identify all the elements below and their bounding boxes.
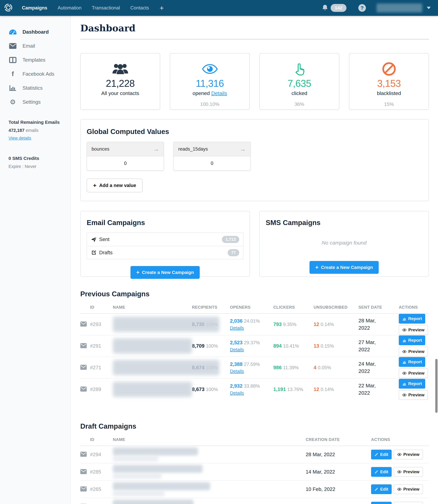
- preview-button[interactable]: Preview: [399, 347, 428, 356]
- sms-credits-title: 0 SMS Credits: [9, 156, 64, 161]
- report-button[interactable]: Report: [399, 379, 425, 389]
- preview-button[interactable]: Preview: [394, 502, 423, 504]
- create-sms-campaign-button[interactable]: + Create a New Campaign: [309, 261, 379, 274]
- openers-percent: 24.01%: [244, 318, 260, 324]
- email-campaigns-title: Email Campaigns: [87, 218, 243, 227]
- preview-eye-icon: [402, 372, 406, 375]
- email-campaigns-drafts-row[interactable]: Drafts 77: [87, 246, 243, 259]
- click-hand-icon: [260, 61, 339, 77]
- sidebar-item-settings[interactable]: ⚙ Settings: [0, 95, 70, 109]
- campaign-name-redacted: [113, 360, 219, 375]
- report-chart-icon: [402, 317, 406, 321]
- preview-button[interactable]: Preview: [394, 484, 423, 494]
- openers-count: 2,523: [230, 340, 242, 345]
- report-button[interactable]: Report: [399, 335, 425, 345]
- envelope-icon: [80, 365, 87, 370]
- nav-tab-automation[interactable]: Automation: [53, 0, 87, 16]
- preview-eye-icon: [402, 350, 406, 353]
- facebook-icon: f: [9, 71, 17, 77]
- col-actions: ACTIONS: [399, 305, 429, 310]
- campaign-name-redacted: [113, 338, 192, 354]
- report-chart-icon: [402, 360, 406, 364]
- help-icon[interactable]: ?: [358, 4, 366, 12]
- remaining-emails-count: 472,187: [9, 128, 24, 133]
- blacklisted-label: blacklisted: [349, 90, 428, 96]
- preview-button[interactable]: Preview: [399, 368, 428, 378]
- edit-button[interactable]: Edit: [371, 450, 392, 459]
- openers-details-link[interactable]: Details: [230, 325, 244, 331]
- report-button[interactable]: Report: [399, 314, 425, 324]
- sidebar-item-statistics[interactable]: Statistics: [0, 81, 70, 95]
- edit-button[interactable]: Edit: [371, 484, 392, 494]
- preview-eye-icon: [397, 453, 402, 456]
- gcv-card-reads-15days[interactable]: reads_15days → 0: [173, 142, 251, 171]
- nav-tab-transactional[interactable]: Transactional: [87, 0, 125, 16]
- openers-details-link[interactable]: Details: [230, 347, 244, 352]
- sidebar-item-templates[interactable]: Templates: [0, 53, 70, 67]
- create-email-campaign-button[interactable]: + Create a New Campaign: [131, 266, 200, 279]
- preview-button[interactable]: Preview: [399, 390, 428, 400]
- creation-date: 28 Mar, 2022: [306, 452, 371, 458]
- report-button[interactable]: Report: [399, 357, 425, 367]
- app-logo[interactable]: [0, 3, 17, 13]
- openers-count: 2,388: [230, 361, 242, 367]
- report-label: Report: [408, 359, 422, 364]
- drafts-label: Drafts: [99, 250, 112, 255]
- clickers-count: 1,191: [273, 387, 286, 392]
- sidebar-item-facebook-ads[interactable]: f Facebook Ads: [0, 67, 70, 81]
- preview-button[interactable]: Preview: [394, 450, 423, 459]
- gcv-card-value: 0: [87, 156, 164, 170]
- edit-button[interactable]: Edit: [371, 467, 392, 477]
- draft-campaigns-header: ID NAME CREATION DATE ACTIONS: [80, 437, 429, 446]
- edit-button[interactable]: Edit: [371, 502, 392, 504]
- title-divider: [80, 39, 429, 39]
- report-chart-icon: [402, 338, 406, 343]
- gauge-icon: [9, 29, 17, 35]
- preview-label: Preview: [403, 470, 419, 474]
- page-title: Dashboard: [80, 23, 429, 34]
- edit-label: Edit: [380, 470, 388, 474]
- stat-card-clicked: 7,635 clicked 36%: [260, 53, 339, 110]
- clickers-percent: 9.35%: [283, 322, 296, 327]
- email-campaigns-sent-row[interactable]: Sent 1,713: [87, 233, 243, 246]
- arrow-right-icon[interactable]: →: [240, 146, 246, 153]
- arrow-right-icon[interactable]: →: [153, 146, 159, 153]
- unsubscribed-percent: 0.14%: [321, 322, 334, 327]
- openers-details-link[interactable]: Details: [230, 369, 244, 374]
- nav-tab-campaigns[interactable]: Campaigns: [17, 0, 53, 16]
- add-new-value-button[interactable]: + Add a new value: [87, 179, 142, 192]
- notifications-badge[interactable]: 142: [331, 4, 346, 12]
- report-chart-icon: [402, 382, 406, 386]
- stat-card-blacklisted: 3,153 blacklisted 15%: [349, 53, 429, 110]
- columns-icon: [9, 57, 17, 63]
- top-navbar: Campaigns Automation Transactional Conta…: [0, 0, 438, 16]
- bell-icon[interactable]: [321, 4, 328, 12]
- chevron-down-icon[interactable]: [427, 7, 431, 9]
- preview-button[interactable]: Preview: [399, 325, 428, 335]
- opened-details-link[interactable]: Details: [211, 90, 227, 96]
- sidebar-item-dashboard[interactable]: Dashboard: [0, 25, 70, 39]
- sidebar-item-label: Dashboard: [22, 29, 49, 35]
- account-name-redacted[interactable]: [377, 3, 422, 12]
- preview-label: Preview: [403, 487, 419, 492]
- sidebar-item-email[interactable]: Email: [0, 39, 70, 53]
- scrollbar-thumb[interactable]: [435, 359, 438, 413]
- nav-tab-contacts[interactable]: Contacts: [125, 0, 154, 16]
- openers-details-link[interactable]: Details: [230, 390, 244, 396]
- col-clickers: CLICKERS: [273, 305, 314, 310]
- edit-pencil-icon: [374, 470, 378, 474]
- preview-button[interactable]: Preview: [394, 467, 423, 477]
- nav-add-icon[interactable]: +: [154, 4, 169, 12]
- plus-icon: +: [136, 269, 140, 275]
- gcv-card-bounces[interactable]: bounces → 0: [87, 142, 164, 171]
- sidebar-item-label: Facebook Ads: [22, 71, 54, 77]
- sms-campaigns-title: SMS Campaigns: [266, 218, 423, 227]
- sent-date: 22 Mar, 2022: [359, 382, 386, 397]
- create-sms-campaign-label: Create a New Campaign: [321, 265, 373, 270]
- recipients-count: 8,673: [192, 387, 205, 392]
- view-details-link[interactable]: View details: [9, 136, 31, 140]
- gcv-cards-row: bounces → 0 reads_15days → 0: [87, 142, 423, 171]
- add-new-value-label: Add a new value: [99, 183, 136, 188]
- bar-chart-icon: [9, 85, 17, 91]
- draft-id: #294: [90, 452, 113, 458]
